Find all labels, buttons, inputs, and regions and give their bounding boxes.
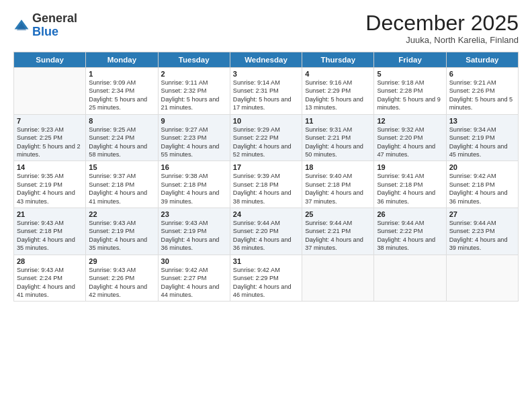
daylight-text: Daylight: 4 hours and 50 minutes.: [305, 143, 363, 158]
sunrise-text: Sunrise: 9:32 AM: [377, 126, 424, 133]
day-number: 31: [233, 257, 299, 265]
sunrise-text: Sunrise: 9:43 AM: [17, 220, 64, 226]
daylight-text: Daylight: 4 hours and 35 minutes.: [89, 236, 147, 251]
day-info: Sunrise: 9:34 AMSunset: 2:19 PMDaylight:…: [449, 126, 515, 159]
day-info: Sunrise: 9:09 AMSunset: 2:34 PMDaylight:…: [89, 79, 154, 112]
table-row: 11Sunrise: 9:31 AMSunset: 2:21 PMDayligh…: [302, 114, 374, 161]
day-number: 8: [89, 117, 154, 125]
sunset-text: Sunset: 2:20 PM: [377, 134, 423, 141]
calendar-week-row: 14Sunrise: 9:35 AMSunset: 2:19 PMDayligh…: [14, 161, 519, 208]
daylight-text: Daylight: 4 hours and 44 minutes.: [161, 283, 220, 298]
table-row: 2Sunrise: 9:11 AMSunset: 2:32 PMDaylight…: [158, 68, 230, 115]
sunrise-text: Sunrise: 9:44 AM: [233, 220, 280, 226]
table-row: 5Sunrise: 9:18 AMSunset: 2:28 PMDaylight…: [374, 68, 446, 115]
calendar-table: Sunday Monday Tuesday Wednesday Thursday…: [13, 52, 519, 302]
sunset-text: Sunset: 2:19 PM: [89, 228, 134, 234]
sunrise-text: Sunrise: 9:43 AM: [89, 220, 136, 226]
daylight-text: Daylight: 4 hours and 45 minutes.: [449, 143, 508, 158]
sunrise-text: Sunrise: 9:40 AM: [305, 173, 352, 179]
daylight-text: Daylight: 4 hours and 35 minutes.: [17, 236, 75, 251]
col-friday: Friday: [374, 52, 446, 68]
daylight-text: Daylight: 4 hours and 37 minutes.: [305, 189, 363, 204]
day-number: 1: [89, 70, 154, 78]
table-row: 18Sunrise: 9:40 AMSunset: 2:18 PMDayligh…: [302, 161, 374, 208]
table-row: 7Sunrise: 9:23 AMSunset: 2:25 PMDaylight…: [14, 114, 86, 161]
table-row: 30Sunrise: 9:42 AMSunset: 2:27 PMDayligh…: [158, 255, 230, 302]
col-wednesday: Wednesday: [230, 52, 302, 68]
daylight-text: Daylight: 4 hours and 46 minutes.: [233, 283, 292, 298]
day-number: 15: [89, 163, 154, 171]
sunrise-text: Sunrise: 9:14 AM: [233, 79, 280, 86]
day-number: 25: [305, 210, 371, 218]
col-thursday: Thursday: [302, 52, 374, 68]
day-info: Sunrise: 9:25 AMSunset: 2:24 PMDaylight:…: [89, 126, 154, 159]
table-row: 15Sunrise: 9:37 AMSunset: 2:18 PMDayligh…: [86, 161, 158, 208]
table-row: [14, 68, 86, 115]
day-number: 16: [161, 163, 227, 171]
day-number: 19: [377, 163, 443, 171]
col-tuesday: Tuesday: [158, 52, 230, 68]
table-row: 21Sunrise: 9:43 AMSunset: 2:18 PMDayligh…: [14, 208, 86, 255]
sunset-text: Sunset: 2:23 PM: [449, 228, 495, 234]
sunset-text: Sunset: 2:18 PM: [377, 181, 423, 188]
sunset-text: Sunset: 2:19 PM: [449, 134, 495, 141]
daylight-text: Daylight: 4 hours and 36 minutes.: [377, 189, 435, 204]
table-row: [302, 255, 374, 302]
month-title: December 2025: [365, 12, 519, 34]
sunrise-text: Sunrise: 9:42 AM: [449, 173, 496, 179]
calendar-week-row: 1Sunrise: 9:09 AMSunset: 2:34 PMDaylight…: [14, 68, 519, 115]
day-number: 7: [17, 117, 83, 125]
sunrise-text: Sunrise: 9:37 AM: [89, 173, 136, 179]
daylight-text: Daylight: 4 hours and 39 minutes.: [449, 236, 508, 251]
logo-icon: [13, 17, 30, 34]
sunset-text: Sunset: 2:28 PM: [377, 87, 423, 94]
sunset-text: Sunset: 2:18 PM: [17, 228, 62, 234]
sunset-text: Sunset: 2:21 PM: [305, 228, 351, 234]
day-number: 4: [305, 70, 371, 78]
sunrise-text: Sunrise: 9:35 AM: [17, 173, 64, 179]
sunrise-text: Sunrise: 9:29 AM: [233, 126, 280, 133]
day-number: 11: [305, 117, 371, 125]
daylight-text: Daylight: 4 hours and 36 minutes.: [161, 236, 220, 251]
day-number: 14: [17, 163, 83, 171]
table-row: 25Sunrise: 9:44 AMSunset: 2:21 PMDayligh…: [302, 208, 374, 255]
daylight-text: Daylight: 4 hours and 43 minutes.: [17, 189, 75, 204]
sunrise-text: Sunrise: 9:38 AM: [161, 173, 208, 179]
sunset-text: Sunset: 2:29 PM: [233, 275, 279, 281]
daylight-text: Daylight: 5 hours and 25 minutes.: [89, 96, 147, 111]
day-number: 5: [377, 70, 443, 78]
day-info: Sunrise: 9:42 AMSunset: 2:29 PMDaylight:…: [233, 266, 299, 300]
day-number: 2: [161, 70, 227, 78]
sunset-text: Sunset: 2:21 PM: [305, 134, 351, 141]
sunrise-text: Sunrise: 9:31 AM: [305, 126, 352, 133]
table-row: 6Sunrise: 9:21 AMSunset: 2:26 PMDaylight…: [446, 68, 518, 115]
day-info: Sunrise: 9:37 AMSunset: 2:18 PMDaylight:…: [89, 172, 154, 205]
day-info: Sunrise: 9:40 AMSunset: 2:18 PMDaylight:…: [305, 172, 371, 205]
day-info: Sunrise: 9:39 AMSunset: 2:18 PMDaylight:…: [233, 172, 299, 205]
table-row: 27Sunrise: 9:44 AMSunset: 2:23 PMDayligh…: [446, 208, 518, 255]
sunset-text: Sunset: 2:19 PM: [17, 181, 62, 188]
day-number: 24: [233, 210, 299, 218]
table-row: 13Sunrise: 9:34 AMSunset: 2:19 PMDayligh…: [446, 114, 518, 161]
daylight-text: Daylight: 5 hours and 9 minutes.: [377, 96, 441, 111]
calendar-week-row: 28Sunrise: 9:43 AMSunset: 2:24 PMDayligh…: [14, 255, 519, 302]
day-number: 6: [449, 70, 515, 78]
table-row: 20Sunrise: 9:42 AMSunset: 2:18 PMDayligh…: [446, 161, 518, 208]
sunset-text: Sunset: 2:18 PM: [89, 181, 134, 188]
table-row: 22Sunrise: 9:43 AMSunset: 2:19 PMDayligh…: [86, 208, 158, 255]
daylight-text: Daylight: 4 hours and 47 minutes.: [377, 143, 435, 158]
sunrise-text: Sunrise: 9:11 AM: [161, 79, 208, 86]
table-row: 28Sunrise: 9:43 AMSunset: 2:24 PMDayligh…: [14, 255, 86, 302]
sunrise-text: Sunrise: 9:09 AM: [89, 79, 136, 86]
day-info: Sunrise: 9:38 AMSunset: 2:18 PMDaylight:…: [161, 172, 227, 205]
title-block: December 2025 Juuka, North Karelia, Finl…: [365, 12, 519, 45]
sunset-text: Sunset: 2:23 PM: [161, 134, 207, 141]
calendar-week-row: 7Sunrise: 9:23 AMSunset: 2:25 PMDaylight…: [14, 114, 519, 161]
sunset-text: Sunset: 2:32 PM: [161, 87, 207, 94]
day-info: Sunrise: 9:18 AMSunset: 2:28 PMDaylight:…: [377, 79, 443, 112]
sunrise-text: Sunrise: 9:25 AM: [89, 126, 136, 133]
day-info: Sunrise: 9:14 AMSunset: 2:31 PMDaylight:…: [233, 79, 299, 112]
day-info: Sunrise: 9:11 AMSunset: 2:32 PMDaylight:…: [161, 79, 227, 112]
day-number: 18: [305, 163, 371, 171]
day-number: 23: [161, 210, 227, 218]
